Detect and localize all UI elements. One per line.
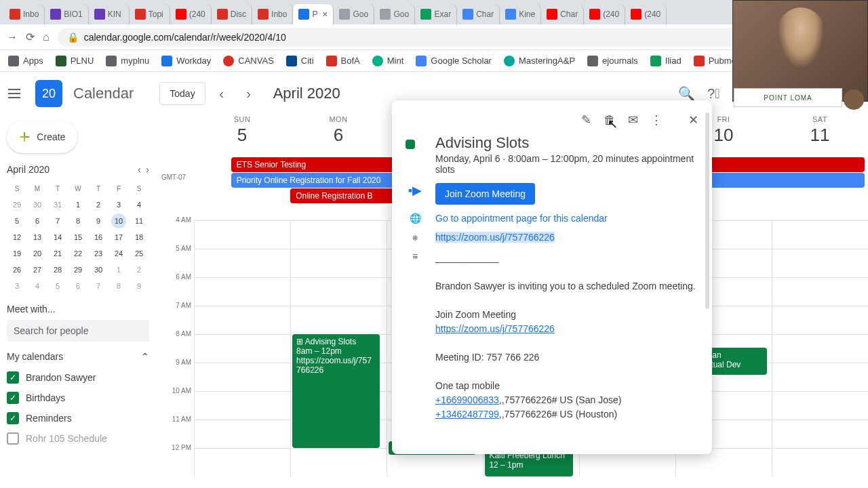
browser-tab[interactable]: KIN (89, 4, 130, 24)
scrollbar[interactable] (705, 113, 709, 309)
bookmark-item[interactable]: Apps (8, 56, 43, 66)
timezone-label: GMT-07 (161, 174, 186, 181)
event-details-popup: ✎ 🗑 ✉ ⋮ ✕ Advising Slots Monday, April 6… (392, 100, 712, 454)
mini-calendar[interactable]: SMTWTFS 2930311234 567891011 12131415161… (7, 180, 149, 294)
browser-tab[interactable]: Char (457, 4, 500, 24)
meet-with-label: Meet with... (7, 304, 149, 314)
options-icon[interactable]: ⋮ (650, 113, 663, 127)
bookmark-item[interactable]: Citi (286, 56, 314, 66)
month-label: April 2020 (273, 85, 340, 102)
prev-week-button[interactable]: ‹ (211, 83, 233, 104)
search-people-input[interactable]: Search for people (7, 320, 149, 342)
event-advising-slots[interactable]: ⊞ Advising Slots 8am – 12pm https://zoom… (292, 334, 380, 448)
my-calendars-label[interactable]: My calendars⌃ (7, 351, 149, 362)
browser-tab[interactable]: Char (541, 4, 584, 24)
bookmark-item[interactable]: CANVAS (223, 56, 274, 66)
bookmark-item[interactable]: ejournals (587, 56, 638, 66)
menu-icon[interactable] (8, 85, 24, 102)
delete-icon[interactable]: 🗑 (604, 113, 616, 127)
globe-icon: 🌐 (406, 213, 425, 224)
reload-icon[interactable]: ⟳ (26, 30, 35, 43)
calendar-toggle[interactable]: Rohr 105 Schedule (7, 428, 149, 449)
zoom-link[interactable]: https://zoom.us/j/757766226 (435, 323, 555, 334)
avatar[interactable] (844, 89, 864, 110)
browser-tab-active[interactable]: P× (293, 4, 334, 24)
event-color-icon (406, 140, 415, 149)
plnu-logo: POINT LOMA (734, 88, 842, 107)
app-title: Calendar (73, 85, 134, 102)
home-icon[interactable]: ⌂ (43, 31, 50, 43)
browser-tab[interactable]: (240 (584, 4, 625, 24)
plus-icon: + (19, 127, 30, 146)
zoom-url-link[interactable]: https://zoom.us/j/757766226 (435, 232, 555, 243)
calendar-toggle[interactable]: ✓Birthdays (7, 388, 149, 408)
phone-link[interactable]: +16699006833 (435, 394, 499, 405)
join-zoom-button[interactable]: Join Zoom Meeting (435, 183, 535, 205)
bookmark-item[interactable]: BofA (326, 56, 360, 66)
browser-tab[interactable]: Inbo (252, 4, 293, 24)
bookmark-item[interactable]: PLNU (56, 56, 94, 66)
search-icon[interactable]: 🔍 (678, 85, 695, 102)
mini-calendar-header: April 2020 ‹ › (7, 164, 149, 175)
create-button[interactable]: + Create (7, 121, 77, 153)
event-subtitle: Monday, April 6 · 8:00am – 12:00pm, 20 m… (435, 153, 698, 175)
browser-tab[interactable]: Goo (374, 4, 415, 24)
video-icon: ▪▶ (406, 183, 425, 205)
location-icon: ⎈ (406, 232, 425, 243)
help-icon[interactable]: ?⃝ (707, 86, 719, 102)
calendar-toggle[interactable]: ✓Brandon Sawyer (7, 367, 149, 388)
mini-prev-icon[interactable]: ‹ (138, 164, 141, 175)
webcam-overlay (732, 0, 868, 102)
phone-link[interactable]: +13462487799 (435, 409, 499, 420)
event-title: Advising Slots (435, 134, 698, 152)
browser-tab[interactable]: BIO1 (45, 4, 88, 24)
appointment-page-link[interactable]: Go to appointment page for this calendar (435, 213, 608, 224)
browser-tab[interactable]: Topi (130, 4, 170, 24)
bookmark-item[interactable]: MasteringA&P (504, 56, 575, 66)
browser-tab[interactable]: (240 (625, 4, 667, 24)
day-header[interactable]: MON6 (290, 115, 387, 157)
browser-tab[interactable]: Goo (334, 4, 374, 24)
url-text: calendar.google.com/calendar/r/week/2020… (84, 32, 286, 43)
url-input[interactable]: 🔒 calendar.google.com/calendar/r/week/20… (58, 28, 786, 47)
bookmark-item[interactable]: Iliad (650, 56, 682, 66)
close-icon[interactable]: × (322, 9, 328, 20)
browser-tab[interactable]: Disc (212, 4, 252, 24)
bookmark-item[interactable]: Google Scholar (416, 56, 492, 66)
edit-icon[interactable]: ✎ (581, 113, 591, 127)
close-icon[interactable]: ✕ (688, 113, 698, 127)
browser-tab[interactable]: Exar (415, 4, 457, 24)
day-header[interactable]: SAT11 (772, 115, 868, 157)
bookmark-item[interactable]: Mint (372, 56, 404, 66)
lock-icon: 🔒 (67, 32, 79, 43)
day-header[interactable]: SUN5 (194, 115, 290, 157)
browser-tab[interactable]: Inbo (4, 4, 45, 24)
event-description: ____________ Brandon Sawyer is inviting … (435, 251, 698, 422)
next-week-button[interactable]: › (238, 83, 260, 104)
browser-tab[interactable]: Kine (500, 4, 541, 24)
bookmark-item[interactable]: myplnu (106, 56, 149, 66)
calendar-logo[interactable]: 20 (35, 80, 62, 107)
forward-icon[interactable]: → (7, 31, 18, 43)
sidebar: + Create April 2020 ‹ › SMTWTFS 29303112… (0, 115, 156, 488)
today-button[interactable]: Today (159, 82, 205, 105)
email-icon[interactable]: ✉ (628, 113, 638, 127)
browser-tab[interactable]: (240 (170, 4, 212, 24)
description-icon: ≡ (406, 251, 425, 422)
calendar-toggle[interactable]: ✓Reminders (7, 408, 149, 428)
chevron-up-icon[interactable]: ⌃ (141, 351, 149, 362)
bookmark-item[interactable]: Workday (161, 56, 211, 66)
mini-next-icon[interactable]: › (146, 164, 149, 175)
